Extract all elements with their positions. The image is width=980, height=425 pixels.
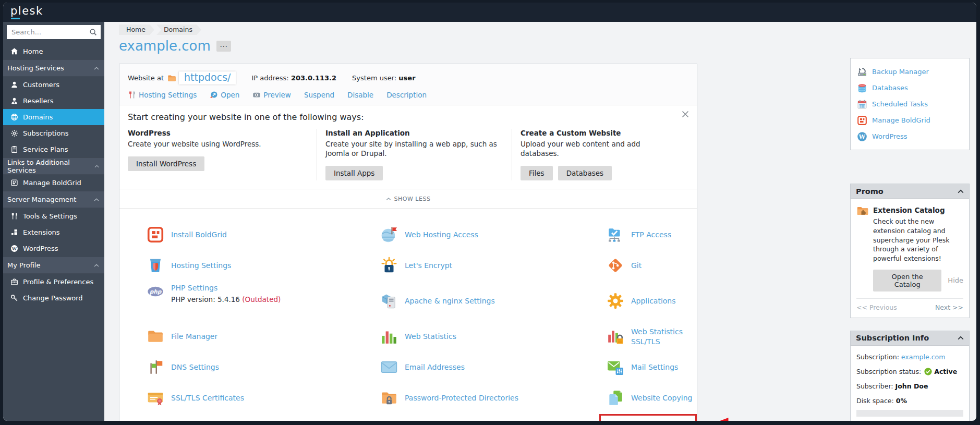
- tool-web-users[interactable]: Web Users: [380, 413, 443, 421]
- folder-icon: [167, 74, 176, 82]
- sidebar-item-tools-settings[interactable]: Tools & Settings: [3, 208, 104, 224]
- tool-label[interactable]: Remove Website: [631, 419, 661, 421]
- rail-link-databases[interactable]: Databases: [857, 80, 963, 96]
- hosting-shield-icon: [147, 257, 164, 274]
- tool-applications[interactable]: Applications: [607, 281, 676, 321]
- database-icon: [857, 83, 867, 93]
- promo-header[interactable]: Promo: [851, 184, 969, 199]
- install-apps-button[interactable]: Install Apps: [325, 166, 383, 180]
- stats-icon: [380, 327, 398, 345]
- rail-link-scheduled-tasks[interactable]: Scheduled Tasks: [857, 96, 963, 112]
- action-suspend[interactable]: Suspend: [304, 91, 334, 99]
- action-disable[interactable]: Disable: [347, 91, 373, 99]
- getting-started-columns: WordPressCreate your website using WordP…: [128, 129, 688, 180]
- tool-label[interactable]: Let's Encrypt: [405, 261, 452, 270]
- sidebar-section-hosting-services[interactable]: Hosting Services: [3, 59, 104, 77]
- tool-password-protected-directories[interactable]: Password-Protected Directories: [380, 382, 518, 413]
- tool-php-settings[interactable]: phpPHP SettingsPHP version: 5.4.16 (Outd…: [147, 281, 281, 321]
- search-input[interactable]: [7, 25, 101, 39]
- tool-label[interactable]: FTP Access: [631, 230, 671, 239]
- httpdocs-link[interactable]: httpdocs/: [179, 71, 236, 84]
- tool-install-boldgrid[interactable]: Install BoldGrid: [147, 219, 227, 250]
- tool-label[interactable]: Email Addresses: [405, 363, 465, 371]
- tool-label[interactable]: Git: [631, 261, 642, 270]
- action-description[interactable]: Description: [386, 91, 427, 99]
- sidebar-section-label: My Profile: [7, 261, 40, 269]
- sidebar-item-change-password[interactable]: Change Password: [3, 290, 104, 306]
- tool-label[interactable]: Install BoldGrid: [171, 230, 227, 239]
- tool-web-statistics[interactable]: Web Statistics: [380, 321, 456, 351]
- action-preview[interactable]: Preview: [252, 91, 291, 99]
- tool-apache-nginx-settings[interactable]: Apache & nginx Settings: [380, 281, 495, 321]
- files-button[interactable]: Files: [521, 166, 553, 180]
- tool-label[interactable]: SSL/TLS Certificates: [171, 394, 244, 402]
- tool-website-copying[interactable]: Website Copying: [607, 382, 692, 413]
- sidebar-item-service-plans[interactable]: Service Plans: [3, 141, 104, 157]
- promo-head: Extension Catalog Check out the new exte…: [856, 204, 963, 263]
- tool-label[interactable]: Web Hosting Access: [405, 230, 478, 239]
- tool-ssl-tls-certificates[interactable]: SSL/TLS Certificates: [147, 382, 244, 413]
- sidebar-item-domains[interactable]: Domains: [3, 109, 104, 125]
- tool-file-manager[interactable]: File Manager: [147, 321, 217, 351]
- globe-flag-icon: [380, 226, 398, 244]
- show-less-toggle[interactable]: SHOW LESS: [119, 189, 697, 209]
- tool-label[interactable]: Web Statistics SSL/TLS: [631, 327, 683, 346]
- title-row: example.com …: [119, 38, 697, 54]
- sidebar-item-home[interactable]: Home: [3, 43, 104, 59]
- tool-email-addresses[interactable]: Email Addresses: [380, 351, 465, 382]
- tool-label[interactable]: Mail Settings: [631, 363, 678, 371]
- sidebar-item-subscriptions[interactable]: Subscriptions: [3, 125, 104, 141]
- action-open[interactable]: Open: [210, 91, 239, 99]
- rail-link-manage-boldgrid[interactable]: Manage BoldGrid: [857, 112, 963, 128]
- tool-label[interactable]: Hosting Settings: [171, 261, 231, 270]
- tool-remove-website[interactable]: Remove Website: [599, 414, 697, 421]
- row-value[interactable]: example.com: [901, 353, 945, 361]
- tool-label[interactable]: Web Statistics: [405, 332, 456, 341]
- install-wordpress-button[interactable]: Install WordPress: [128, 156, 204, 171]
- tool-mail-settings[interactable]: Mail Settings: [607, 351, 678, 382]
- briefcase-icon: [10, 278, 18, 286]
- sidebar-item-wordpress[interactable]: WWordPress: [3, 240, 104, 257]
- action-label: Preview: [263, 91, 291, 99]
- sidebar-section-my-profile[interactable]: My Profile: [3, 257, 104, 274]
- sidebar-item-extensions[interactable]: Extensions: [3, 224, 104, 240]
- tool-label[interactable]: Website Copying: [631, 394, 692, 402]
- tool-ftp-access[interactable]: FTP Access: [607, 219, 671, 250]
- hide-link[interactable]: Hide: [948, 276, 963, 284]
- tool-web-hosting-access[interactable]: Web Hosting Access: [380, 219, 478, 250]
- close-icon[interactable]: [681, 110, 689, 118]
- rail-link-backup-manager[interactable]: Backup Manager: [857, 64, 963, 80]
- tool-hosting-settings[interactable]: Hosting Settings: [147, 250, 231, 281]
- sidebar-item-manage-boldgrid[interactable]: Manage BoldGrid: [3, 175, 104, 191]
- extension-catalog-icon: [856, 204, 869, 217]
- databases-button[interactable]: Databases: [558, 166, 612, 180]
- sidebar-item-profile-preferences[interactable]: Profile & Preferences: [3, 274, 104, 290]
- sidebar-section-server-management[interactable]: Server Management: [3, 191, 104, 208]
- rail-link-wordpress[interactable]: WWordPress: [857, 128, 963, 144]
- tool-label[interactable]: Apache & nginx Settings: [405, 297, 495, 305]
- action-hosting-settings[interactable]: Hosting Settings: [128, 91, 197, 99]
- tool-git[interactable]: Git: [607, 250, 642, 281]
- tool-label[interactable]: DNS Settings: [171, 363, 219, 371]
- tool-dns-settings[interactable]: DNS Settings: [147, 351, 219, 382]
- tool-web-statistics-ssl-tls[interactable]: Web Statistics SSL/TLS: [607, 321, 697, 351]
- tool-label[interactable]: File Manager: [171, 332, 217, 341]
- open-catalog-button[interactable]: Open the Catalog: [873, 270, 941, 292]
- previous-link[interactable]: << Previous: [856, 303, 897, 311]
- next-link[interactable]: Next >>: [935, 303, 963, 311]
- tool-label[interactable]: Applications: [631, 297, 676, 305]
- tool-label[interactable]: PHP Settings: [171, 284, 217, 292]
- svg-text:W: W: [858, 133, 866, 140]
- backup-icon: [857, 67, 867, 77]
- sidebar-section-links-to-additional-services[interactable]: Links to Additional Services: [3, 157, 104, 175]
- tool-logs[interactable]: Logs: [147, 413, 188, 421]
- tool-let-s-encrypt[interactable]: Let's Encrypt: [380, 250, 452, 281]
- sidebar-item-customers[interactable]: Customers: [3, 77, 104, 93]
- breadcrumb-item-domains[interactable]: Domains: [156, 25, 197, 35]
- tool-label[interactable]: Password-Protected Directories: [405, 394, 518, 402]
- more-actions-button[interactable]: …: [216, 41, 231, 52]
- sidebar-item-resellers[interactable]: Resellers: [3, 93, 104, 109]
- preview-icon: [252, 91, 261, 99]
- subscription-info-header[interactable]: Subscription Info: [851, 331, 969, 346]
- breadcrumb-item-home[interactable]: Home: [119, 25, 150, 35]
